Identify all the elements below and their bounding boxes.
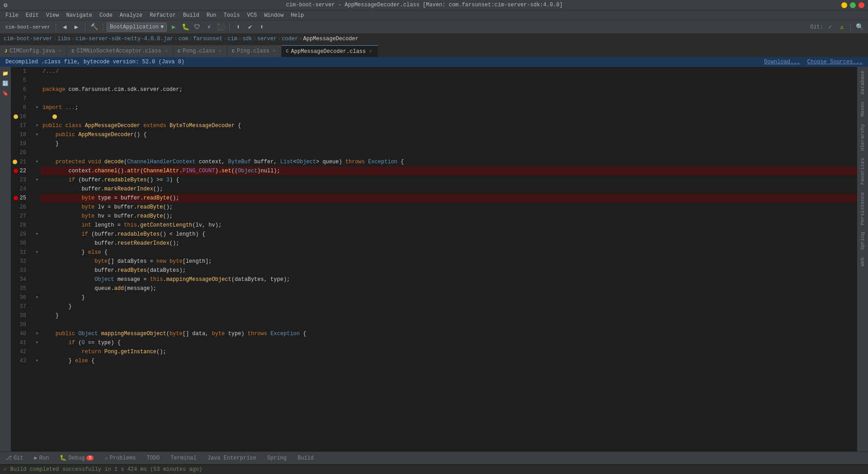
line-39: 39 — [11, 320, 30, 329]
sidebar-bookmarks-icon[interactable]: 🔖 — [1, 89, 10, 98]
tab-label-appmessagedecoder: AppMessageDecoder.class — [291, 48, 366, 55]
toolbar-sep-4 — [229, 23, 230, 32]
breadcrumb-farsunset[interactable]: farsunset — [193, 36, 222, 42]
vcs-push[interactable]: ⬆ — [257, 22, 267, 32]
menu-tools[interactable]: Tools — [220, 11, 244, 19]
profile-button[interactable]: ⚡ — [204, 22, 214, 32]
debug-button[interactable]: 🐛 — [180, 22, 190, 32]
menu-build[interactable]: Build — [179, 11, 203, 19]
tab-ping[interactable]: C Ping.class × — [227, 45, 282, 57]
fold-18[interactable]: ▼ — [33, 130, 41, 139]
fold-29[interactable]: ▼ — [33, 230, 41, 239]
breadcrumb-jar[interactable]: cim-server-sdk-netty-4.0.0.jar — [75, 36, 173, 42]
minimize-button[interactable] — [841, 2, 847, 8]
menu-view[interactable]: View — [42, 11, 63, 19]
breadcrumb-coder[interactable]: coder — [282, 36, 298, 42]
code-line-19: } — [41, 139, 857, 148]
breadcrumb-server[interactable]: server — [257, 36, 277, 42]
tab-appmessagedecoder[interactable]: C AppMessageDecoder.class × — [282, 45, 378, 57]
right-tab-persistence[interactable]: Persistence — [859, 189, 867, 229]
tab-close-ping[interactable]: × — [272, 48, 277, 54]
toolbar-sep-3 — [103, 23, 103, 32]
tab-pong[interactable]: C Pong.class × — [173, 45, 227, 57]
download-link[interactable]: Download... — [764, 59, 800, 65]
search-everywhere[interactable]: 🔍 — [854, 22, 864, 32]
breadcrumb-project[interactable]: cim-boot-server — [4, 36, 52, 42]
right-tab-spring[interactable]: Spring — [859, 228, 867, 254]
stop-button[interactable]: ⬛ — [216, 22, 226, 32]
tab-close-cimnio[interactable]: × — [164, 48, 169, 54]
fold-23[interactable]: ▼ — [33, 175, 41, 185]
build-button[interactable]: 🔨 — [89, 22, 99, 32]
bottom-tab-git[interactable]: ⎇ Git — [0, 452, 29, 465]
tab-close-appmessagedecoder[interactable]: × — [368, 48, 373, 55]
coverage-button[interactable]: 🛡 — [192, 22, 202, 32]
right-tab-database[interactable]: Database — [859, 67, 867, 98]
breadcrumb-libs[interactable]: libs — [57, 36, 71, 42]
line-19: 19 — [11, 139, 30, 148]
code-line-17: public class AppMessageDecoder extends B… — [41, 121, 857, 130]
fold-41[interactable]: ▼ — [33, 338, 41, 347]
right-tab-favorites[interactable]: Favorites — [859, 154, 867, 188]
code-line-31: } else { — [41, 248, 857, 257]
fold-40[interactable]: ▼ — [33, 329, 41, 338]
bottom-tab-problems[interactable]: ⚠ Problems — [99, 452, 141, 465]
right-tab-web[interactable]: Web — [859, 254, 867, 270]
title-bar-left: ⚙ — [4, 1, 7, 9]
right-tab-hierarchy[interactable]: Hierarchy — [859, 120, 867, 154]
sidebar-structure-icon[interactable]: 🔣 — [1, 79, 10, 88]
bottom-tab-spring[interactable]: Spring — [262, 452, 292, 465]
choose-sources-link[interactable]: Choose Sources... — [807, 59, 863, 65]
close-button[interactable] — [859, 2, 864, 8]
menu-run[interactable]: Run — [203, 11, 220, 19]
bottom-tab-todo[interactable]: TODO — [141, 452, 165, 465]
bottom-tab-java-enterprise[interactable]: Java Enterprise — [202, 452, 262, 465]
line-33: 33 — [11, 266, 30, 275]
breadcrumb-sdk[interactable]: sdk — [242, 36, 252, 42]
project-button[interactable]: cim-boot-server — [4, 22, 52, 32]
bottom-tab-build[interactable]: Build — [292, 452, 319, 465]
maximize-button[interactable] — [850, 2, 856, 8]
tab-cimnio[interactable]: C CIMNioSocketAcceptor.class × — [67, 45, 173, 57]
menu-help[interactable]: Help — [287, 11, 307, 19]
menu-vcs[interactable]: VCS — [244, 11, 261, 19]
fold-21[interactable]: ▼ — [33, 157, 41, 166]
breadcrumb-current[interactable]: AppMessageDecoder — [303, 36, 359, 42]
run-config-dropdown[interactable]: BootApplication ▼ — [107, 23, 167, 32]
menu-code[interactable]: Code — [96, 11, 116, 19]
menu-file[interactable]: File — [2, 11, 22, 19]
breadcrumb-cim[interactable]: cim — [227, 36, 237, 42]
bottom-tab-terminal[interactable]: Terminal — [165, 452, 202, 465]
tab-close-cimconfig[interactable]: × — [57, 48, 62, 54]
menu-navigate[interactable]: Navigate — [62, 11, 96, 19]
vcs-update[interactable]: ⬇ — [233, 22, 243, 32]
tab-icon-cimnio: C — [71, 49, 74, 54]
git-warning[interactable]: ⚠ — [837, 22, 847, 32]
bottom-tab-debug[interactable]: 🐛 Debug 5 — [54, 452, 99, 465]
fold-43[interactable]: ▼ — [33, 356, 41, 365]
fold-31[interactable]: ▼ — [33, 248, 41, 257]
right-tab-maven[interactable]: Maven — [859, 98, 867, 120]
breadcrumb-com[interactable]: com — [179, 36, 189, 42]
menu-edit[interactable]: Edit — [22, 11, 42, 19]
run-button[interactable]: ▶ — [169, 22, 179, 32]
tab-cimconfig[interactable]: J CIMConfig.java × — [0, 45, 67, 57]
editor[interactable]: 1 5 6 7 8 16 17 18 19 20 21 — [11, 67, 857, 451]
menu-window[interactable]: Window — [260, 11, 287, 19]
fold-8[interactable]: ▼ — [33, 103, 41, 112]
fold-36[interactable]: ▼ — [33, 293, 41, 302]
forward-button[interactable]: ▶ — [71, 22, 81, 32]
back-button[interactable]: ◀ — [60, 22, 70, 32]
sidebar-project-icon[interactable]: 📁 — [1, 69, 10, 78]
bottom-tab-run[interactable]: ▶ Run — [29, 452, 55, 465]
decompiled-notice: Decompiled .class file, bytecode version… — [5, 59, 184, 65]
code-line-43: } else { — [41, 356, 857, 365]
vcs-commit[interactable]: ✔ — [245, 22, 255, 32]
git-checkmark[interactable]: ✓ — [825, 22, 835, 32]
menu-analyze[interactable]: Analyze — [116, 11, 146, 19]
fold-17[interactable]: ▼ — [33, 121, 41, 130]
code-line-38: } — [41, 311, 857, 320]
code-line-28: int length = this.getContentLength(lv, h… — [41, 221, 857, 230]
menu-refactor[interactable]: Refactor — [146, 11, 179, 19]
tab-close-pong[interactable]: × — [217, 48, 222, 54]
